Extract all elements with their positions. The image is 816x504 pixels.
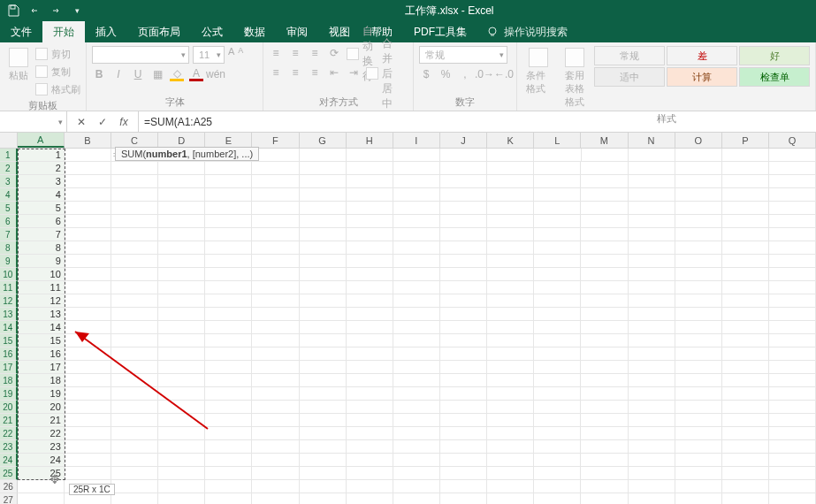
cell-I23[interactable] xyxy=(393,440,440,454)
number-format-combo[interactable]: 常规 xyxy=(419,46,507,64)
cell-I24[interactable] xyxy=(393,454,440,467)
cell-K3[interactable] xyxy=(487,175,534,188)
cell-K12[interactable] xyxy=(487,294,534,308)
tab-formulas[interactable]: 公式 xyxy=(191,21,233,42)
cell-A20[interactable]: 20 xyxy=(18,401,65,414)
row-header-8[interactable]: 8 xyxy=(0,241,18,255)
row-header-7[interactable]: 7 xyxy=(0,228,18,241)
cell-C4[interactable] xyxy=(111,188,158,202)
cell-G6[interactable] xyxy=(300,215,347,228)
cell-D25[interactable] xyxy=(158,467,205,480)
cell-K21[interactable] xyxy=(487,414,534,427)
fx-icon[interactable]: fx xyxy=(117,116,131,128)
cell-K26[interactable] xyxy=(487,480,534,493)
cell-B18[interactable] xyxy=(65,374,111,387)
cell-N25[interactable] xyxy=(629,467,675,480)
cell-G17[interactable] xyxy=(300,361,347,374)
cell-A23[interactable]: 23 xyxy=(18,440,65,454)
increase-font-icon[interactable]: A xyxy=(228,46,234,64)
cell-H4[interactable] xyxy=(347,188,393,202)
cell-B12[interactable] xyxy=(65,294,111,308)
cell-D22[interactable] xyxy=(158,427,205,440)
cell-E8[interactable] xyxy=(205,241,252,255)
cell-F18[interactable] xyxy=(252,374,299,387)
column-header-M[interactable]: M xyxy=(581,133,628,148)
undo-icon[interactable] xyxy=(28,4,41,17)
cell-D10[interactable] xyxy=(158,268,205,281)
cell-H5[interactable] xyxy=(347,202,393,215)
row-header-16[interactable]: 16 xyxy=(0,347,18,361)
cell-G10[interactable] xyxy=(300,268,347,281)
cell-I17[interactable] xyxy=(393,361,440,374)
cell-Q24[interactable] xyxy=(769,454,816,467)
cell-O1[interactable] xyxy=(675,149,722,162)
cell-O2[interactable] xyxy=(675,162,722,175)
cell-O16[interactable] xyxy=(675,347,722,361)
row-header-19[interactable]: 19 xyxy=(0,387,18,401)
cell-Q18[interactable] xyxy=(769,374,816,387)
cell-O22[interactable] xyxy=(675,427,722,440)
cell-Q8[interactable] xyxy=(769,241,816,255)
cell-P8[interactable] xyxy=(722,241,769,255)
cell-L1[interactable] xyxy=(534,149,581,162)
cell-J16[interactable] xyxy=(440,347,487,361)
cell-B19[interactable] xyxy=(65,387,111,401)
cell-J4[interactable] xyxy=(440,188,487,202)
cell-C6[interactable] xyxy=(111,215,158,228)
cell-P27[interactable] xyxy=(722,493,769,504)
style-neutral[interactable]: 适中 xyxy=(594,67,665,87)
column-header-H[interactable]: H xyxy=(347,133,393,148)
cell-C25[interactable] xyxy=(111,467,158,480)
cell-L3[interactable] xyxy=(534,175,581,188)
save-icon[interactable] xyxy=(7,4,19,17)
cell-Q19[interactable] xyxy=(769,387,816,401)
cell-N5[interactable] xyxy=(629,202,675,215)
cell-C10[interactable] xyxy=(111,268,158,281)
cell-N26[interactable] xyxy=(629,480,675,493)
cell-N4[interactable] xyxy=(629,188,675,202)
cell-F11[interactable] xyxy=(252,281,299,294)
cell-D24[interactable] xyxy=(158,454,205,467)
cell-I13[interactable] xyxy=(393,308,440,321)
cell-K25[interactable] xyxy=(487,467,534,480)
cell-M25[interactable] xyxy=(581,467,628,480)
cell-Q14[interactable] xyxy=(769,321,816,334)
column-header-I[interactable]: I xyxy=(393,133,440,148)
cell-F27[interactable] xyxy=(252,493,299,504)
qat-dropdown-icon[interactable]: ▾ xyxy=(71,4,83,17)
cell-K20[interactable] xyxy=(487,401,534,414)
cell-G25[interactable] xyxy=(300,467,347,480)
cell-N8[interactable] xyxy=(629,241,675,255)
cell-E18[interactable] xyxy=(205,374,252,387)
row-header-15[interactable]: 15 xyxy=(0,334,18,347)
cell-J21[interactable] xyxy=(440,414,487,427)
cell-M13[interactable] xyxy=(581,308,628,321)
cell-N7[interactable] xyxy=(629,228,675,241)
cell-G20[interactable] xyxy=(300,401,347,414)
cell-A21[interactable]: 21 xyxy=(18,414,65,427)
cell-H9[interactable] xyxy=(347,255,393,268)
cell-E14[interactable] xyxy=(205,321,252,334)
cell-B16[interactable] xyxy=(65,347,111,361)
cell-M6[interactable] xyxy=(581,215,628,228)
row-header-26[interactable]: 26 xyxy=(0,480,18,493)
cut-button[interactable]: 剪切 xyxy=(35,46,80,62)
format-painter-button[interactable]: 格式刷 xyxy=(35,81,80,97)
cell-A14[interactable]: 14 xyxy=(18,321,65,334)
cell-F13[interactable] xyxy=(252,308,299,321)
align-center-icon[interactable]: ≡ xyxy=(288,65,302,80)
cell-K18[interactable] xyxy=(487,374,534,387)
cell-A18[interactable]: 18 xyxy=(18,374,65,387)
column-header-K[interactable]: K xyxy=(487,133,534,148)
cell-L4[interactable] xyxy=(534,188,581,202)
cell-B7[interactable] xyxy=(65,228,111,241)
cell-H17[interactable] xyxy=(347,361,393,374)
cell-E3[interactable] xyxy=(205,175,252,188)
cell-M21[interactable] xyxy=(581,414,628,427)
column-header-A[interactable]: A xyxy=(18,133,65,148)
paste-button[interactable]: 粘贴 xyxy=(5,46,32,84)
cell-J3[interactable] xyxy=(440,175,487,188)
cell-K8[interactable] xyxy=(487,241,534,255)
cell-K16[interactable] xyxy=(487,347,534,361)
cell-K10[interactable] xyxy=(487,268,534,281)
